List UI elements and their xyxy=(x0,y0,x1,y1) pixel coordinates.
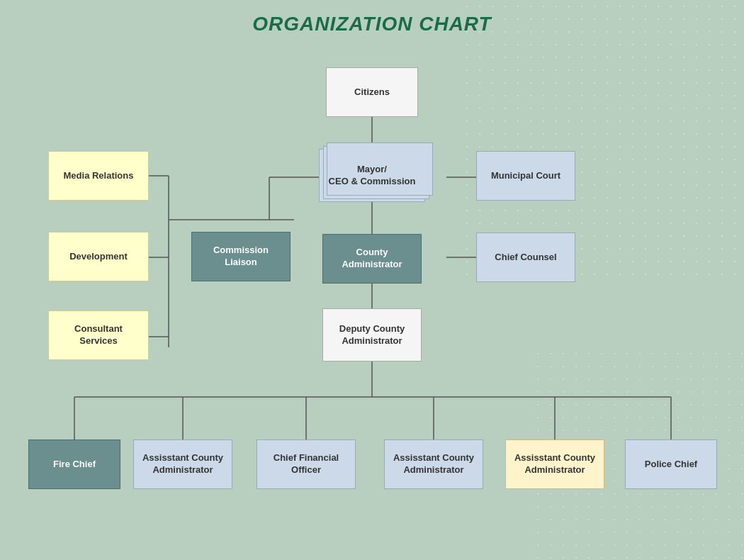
deputy-county-admin-box: Deputy CountyAdministrator xyxy=(322,308,422,362)
asst-admin-2-box: Assisstant CountyAdministrator xyxy=(384,439,483,489)
citizens-box: Citizens xyxy=(326,67,418,117)
media-relations-box: Media Relations xyxy=(48,151,149,201)
fire-chief-box: Fire Chief xyxy=(28,439,120,489)
asst-admin-1-box: Assisstant CountyAdministrator xyxy=(133,439,232,489)
county-admin-box: CountyAdministrator xyxy=(322,234,422,284)
municipal-court-box: Municipal Court xyxy=(476,151,575,201)
commission-liaison-box: CommissionLiaison xyxy=(191,232,291,281)
consultant-services-box: ConsultantServices xyxy=(48,310,149,360)
page-title: ORGANIZATION CHART xyxy=(0,0,744,35)
asst-admin-3-box: Assisstant CountyAdministrator xyxy=(505,439,604,489)
police-chief-box: Police Chief xyxy=(625,439,717,489)
mayor-box: Mayor/CEO & Commission xyxy=(319,149,425,202)
chief-counsel-box: Chief Counsel xyxy=(476,233,575,282)
development-box: Development xyxy=(48,232,149,281)
cfo-box: Chief FinancialOfficer xyxy=(257,439,356,489)
